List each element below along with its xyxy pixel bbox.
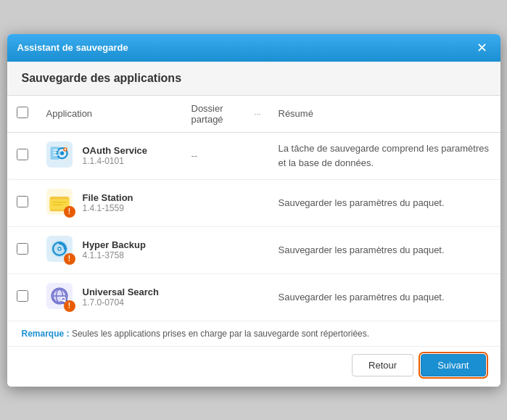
svg-rect-5 xyxy=(53,149,58,150)
col-header-resume: Résumé xyxy=(270,96,500,133)
col-header-shared-folder: Dossier partagé ··· xyxy=(183,96,270,133)
hyperbackup-resume: Sauvegarder les paramètres du paquet. xyxy=(279,244,445,255)
row-checkbox-cell xyxy=(7,226,38,273)
row-checkbox-cell xyxy=(7,132,38,179)
filestation-info: File Station 1.4.1-1559 xyxy=(83,192,133,213)
dialog-header-title: Assistant de sauvegarde xyxy=(17,42,128,53)
next-button[interactable]: Suivant xyxy=(421,354,485,376)
universalsearch-name: Universal Search xyxy=(83,287,160,297)
row-app-cell: OAuth Service 1.1.4-0101 xyxy=(38,132,183,179)
svg-rect-10 xyxy=(52,202,67,203)
select-all-checkbox[interactable] xyxy=(17,107,28,118)
universalsearch-warning-badge: ! xyxy=(64,300,75,312)
filestation-warning-badge: ! xyxy=(64,206,75,218)
svg-point-16 xyxy=(58,247,60,250)
applications-table: Application Dossier partagé ··· Résumé xyxy=(7,96,500,321)
hyperbackup-info: Hyper Backup 4.1.1-3758 xyxy=(83,239,146,260)
note-text: Seules les applications prises en charge… xyxy=(72,329,369,339)
table-row: ! Hyper Backup 4.1.1-3758 Sauvegarder le… xyxy=(7,226,500,273)
row-app-cell: ! Hyper Backup 4.1.1-3758 xyxy=(38,226,183,273)
row-app-cell: ! File Station 1.4.1-1559 xyxy=(38,179,183,226)
row-checkbox-hyperbackup[interactable] xyxy=(17,243,28,255)
row-app-cell: ! Universal Search 1.7.0-0704 xyxy=(38,273,183,321)
table-row: ! File Station 1.4.1-1559 Sauvegarder le… xyxy=(7,179,500,226)
row-resume-cell: La tâche de sauvegarde comprend les para… xyxy=(270,132,500,179)
row-shared-cell xyxy=(183,273,270,321)
row-shared-cell xyxy=(183,226,270,273)
row-shared-cell: -- xyxy=(183,132,270,179)
section-title: Sauvegarde des applications xyxy=(22,72,486,85)
col-header-checkbox xyxy=(7,96,38,133)
row-checkbox-filestation[interactable] xyxy=(17,196,28,207)
svg-rect-7 xyxy=(53,155,58,156)
title-bar: Sauvegarde des applications xyxy=(7,62,500,96)
svg-rect-11 xyxy=(52,204,62,205)
svg-point-4 xyxy=(64,148,66,150)
row-checkbox-cell xyxy=(7,273,38,321)
dialog-buttons: Retour Suivant xyxy=(7,346,500,387)
dialog-header: Assistant de sauvegarde ✕ xyxy=(7,34,500,62)
row-checkbox-universalsearch[interactable] xyxy=(17,290,28,302)
hyperbackup-version: 4.1.1-3758 xyxy=(83,250,146,260)
svg-rect-6 xyxy=(53,152,57,153)
back-button[interactable]: Retour xyxy=(352,354,413,376)
hyperbackup-icon-wrap: ! xyxy=(46,236,75,265)
svg-rect-0 xyxy=(50,147,59,160)
filestation-name: File Station xyxy=(83,192,133,203)
oauth-icon xyxy=(46,141,73,168)
backup-dialog: Assistant de sauvegarde ✕ Sauvegarde des… xyxy=(7,34,500,387)
oauth-resume: La tâche de sauvegarde comprend les para… xyxy=(279,143,490,168)
filestation-version: 1.4.1-1559 xyxy=(83,203,133,213)
dialog-body: Application Dossier partagé ··· Résumé xyxy=(7,96,500,321)
hyperbackup-name: Hyper Backup xyxy=(83,239,146,250)
oauth-shared: -- xyxy=(191,150,198,161)
filestation-icon-wrap: ! xyxy=(46,189,75,218)
table-row: OAuth Service 1.1.4-0101 -- La tâche de … xyxy=(7,132,500,179)
oauth-icon-wrap xyxy=(46,141,75,170)
oauth-info: OAuth Service 1.1.4-0101 xyxy=(83,145,148,166)
ellipsis-icon: ··· xyxy=(254,110,260,118)
filestation-resume: Sauvegarder les paramètres du paquet. xyxy=(279,197,445,208)
row-resume-cell: Sauvegarder les paramètres du paquet. xyxy=(270,226,500,273)
row-shared-cell xyxy=(183,179,270,226)
footer-note: Remarque : Seules les applications prise… xyxy=(7,321,500,346)
row-checkbox-oauth[interactable] xyxy=(17,149,28,160)
close-button[interactable]: ✕ xyxy=(474,41,490,54)
row-resume-cell: Sauvegarder les paramètres du paquet. xyxy=(270,273,500,321)
col-header-application: Application xyxy=(38,96,183,133)
universalsearch-version: 1.7.0-0704 xyxy=(83,297,160,308)
note-label: Remarque : xyxy=(22,329,70,339)
universalsearch-resume: Sauvegarder les paramètres du paquet. xyxy=(279,292,445,302)
row-resume-cell: Sauvegarder les paramètres du paquet. xyxy=(270,179,500,226)
row-checkbox-cell xyxy=(7,179,38,226)
oauth-name: OAuth Service xyxy=(83,145,148,156)
oauth-version: 1.1.4-0101 xyxy=(83,156,148,166)
svg-point-2 xyxy=(59,151,63,155)
universalsearch-info: Universal Search 1.7.0-0704 xyxy=(83,287,160,308)
table-row: ! Universal Search 1.7.0-0704 Sauvegarde… xyxy=(7,273,500,321)
hyperbackup-warning-badge: ! xyxy=(64,253,75,265)
universalsearch-icon-wrap: ! xyxy=(46,283,75,312)
